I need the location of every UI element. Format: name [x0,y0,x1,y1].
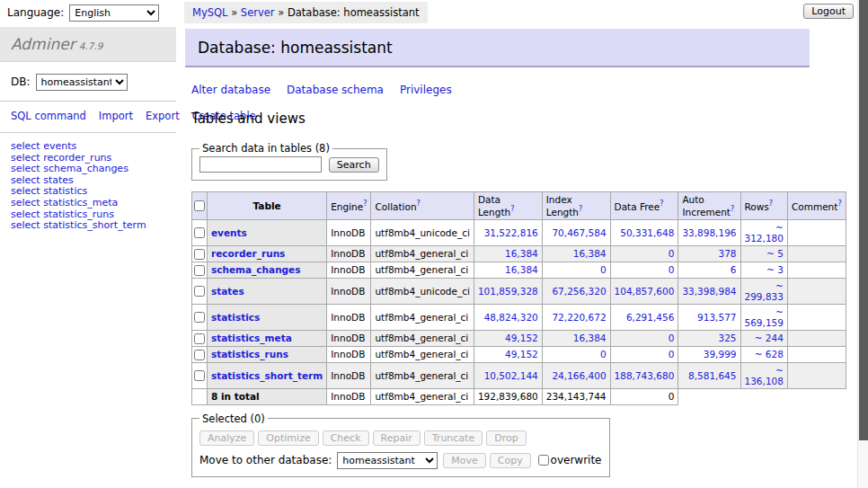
data-length-link[interactable]: 10,502,144 [484,370,538,381]
database-action-link[interactable]: Privileges [400,84,452,96]
rows-link[interactable]: ~ 312,180 [745,222,784,244]
database-action-link[interactable]: Database schema [287,84,384,96]
overwrite-checkbox[interactable] [538,455,549,466]
data-length-link[interactable]: 31,522,816 [484,227,538,238]
collation-cell: utf8mb4_general_ci [371,346,474,362]
column-help-link[interactable]: ? [769,200,773,208]
auto-increment-link[interactable]: 33,398,984 [682,286,736,297]
column-help-link[interactable]: ? [417,200,421,208]
rows-link[interactable]: ~ 569,159 [745,306,784,328]
index-length-link[interactable]: 24,166,400 [552,370,606,381]
index-length-link[interactable]: 0 [600,349,607,359]
index-length-link[interactable]: 70,467,584 [552,227,606,238]
auto-increment-link[interactable]: 325 [718,333,736,343]
auto-increment-link[interactable]: 39,999 [704,349,737,359]
engine-cell: InnoDB [327,245,371,262]
column-help-link[interactable]: ? [660,200,663,208]
column-help-link[interactable]: ? [363,200,367,208]
bulk-action-button[interactable]: Repair [373,430,421,446]
auto-increment-link[interactable]: 33,898,196 [682,227,736,238]
table-name-link[interactable]: statistics_runs [211,349,288,359]
index-length-link[interactable]: 0 [600,264,607,275]
sidebar-table-link[interactable]: select statistics_short_term [11,220,165,232]
auto-increment-link[interactable]: 8,581,645 [688,370,736,381]
engine-cell: InnoDB [327,346,371,362]
search-button[interactable]: Search [329,157,379,173]
data-length-link[interactable]: 48,824,320 [484,312,538,323]
db-select[interactable]: homeassistant [36,74,128,91]
total-num-cell: 0 [610,388,678,404]
sidebar-nav-link[interactable]: SQL command [11,110,86,122]
data-free-link[interactable]: 0 [669,333,675,343]
bulk-action-button[interactable]: Analyze [199,430,254,446]
data-free-link[interactable]: 50,331,648 [620,227,674,238]
row-checkbox[interactable] [194,333,205,344]
auto-increment-link[interactable]: 913,577 [697,312,736,323]
move-db-select[interactable]: homeassistant [337,452,438,469]
table-name-link[interactable]: statistics_meta [211,333,292,343]
bulk-action-button[interactable]: Truncate [424,430,483,446]
data-free-link[interactable]: 104,857,600 [615,286,675,297]
bulk-action-button[interactable]: Drop [486,430,526,446]
row-checkbox[interactable] [194,227,205,238]
table-name-link[interactable]: recorder_runs [211,248,285,259]
rows-link[interactable]: ~ 136,108 [745,365,784,386]
row-checkbox[interactable] [194,312,205,323]
column-help-link[interactable]: ? [510,205,514,213]
data-length-link[interactable]: 16,384 [505,248,538,259]
language-select[interactable]: English [69,4,159,22]
table-name-link[interactable]: statistics_short_term [211,370,323,381]
rows-link[interactable]: ~ 5 [766,248,784,259]
auto-increment-link[interactable]: 378 [718,248,736,259]
move-button[interactable]: Move [443,453,486,468]
sidebar-table-link[interactable]: select statistics_meta [11,198,165,209]
sidebar-table-link[interactable]: select events [11,141,165,153]
index-length-link[interactable]: 16,384 [573,333,607,343]
column-help-link[interactable]: ? [837,200,841,208]
row-checkbox[interactable] [194,350,205,360]
breadcrumb-link[interactable]: Server [241,6,275,19]
bulk-action-button[interactable]: Check [323,430,369,446]
rows-link[interactable]: ~ 628 [755,349,784,359]
breadcrumb-link[interactable]: MySQL [192,6,228,19]
sidebar-nav-link[interactable]: Import [99,110,133,122]
data-free-link[interactable]: 6,291,456 [626,312,674,323]
vertical-scrollbar[interactable] [857,0,868,488]
data-length-link[interactable]: 16,384 [505,264,538,275]
column-help-link[interactable]: ? [579,205,582,213]
auto-increment-link[interactable]: 6 [731,264,737,275]
database-action-link[interactable]: Alter database [191,84,270,96]
scrollbar-thumb[interactable] [859,0,868,440]
copy-button[interactable]: Copy [490,453,531,468]
sidebar-table-link[interactable]: select schema_changes [11,164,165,175]
index-length-link[interactable]: 16,384 [573,248,607,259]
sidebar-nav-link[interactable]: Export [146,110,180,122]
rows-link[interactable]: ~ 3 [766,264,784,275]
search-legend: Search data in tables (8) [199,142,332,155]
bulk-action-button[interactable]: Optimize [258,430,318,446]
comment-cell [787,304,846,330]
data-length-link[interactable]: 49,152 [505,333,538,343]
table-name-link[interactable]: events [211,227,247,238]
table-name-link[interactable]: statistics [211,312,260,323]
data-free-link[interactable]: 0 [669,349,675,359]
data-length-link[interactable]: 49,152 [505,349,538,359]
select-all-checkbox[interactable] [194,200,205,211]
index-length-link[interactable]: 72,220,672 [552,312,606,323]
table-name-link[interactable]: states [211,286,244,297]
data-free-link[interactable]: 188,743,680 [615,370,675,381]
rows-link[interactable]: ~ 244 [755,333,784,343]
index-length-link[interactable]: 67,256,320 [552,286,606,297]
table-name-link[interactable]: schema_changes [211,264,301,275]
rows-link[interactable]: ~ 299,833 [745,280,784,302]
search-input[interactable] [199,156,322,173]
row-checkbox[interactable] [194,370,205,381]
column-help-link[interactable]: ? [731,205,734,213]
data-length-link[interactable]: 101,859,328 [478,286,538,297]
row-checkbox[interactable] [194,286,205,297]
data-free-link[interactable]: 0 [669,264,675,275]
row-checkbox[interactable] [194,249,205,260]
row-checkbox[interactable] [194,265,205,276]
data-free-link[interactable]: 0 [669,248,675,259]
adminer-logo[interactable]: Adminer [11,35,75,53]
